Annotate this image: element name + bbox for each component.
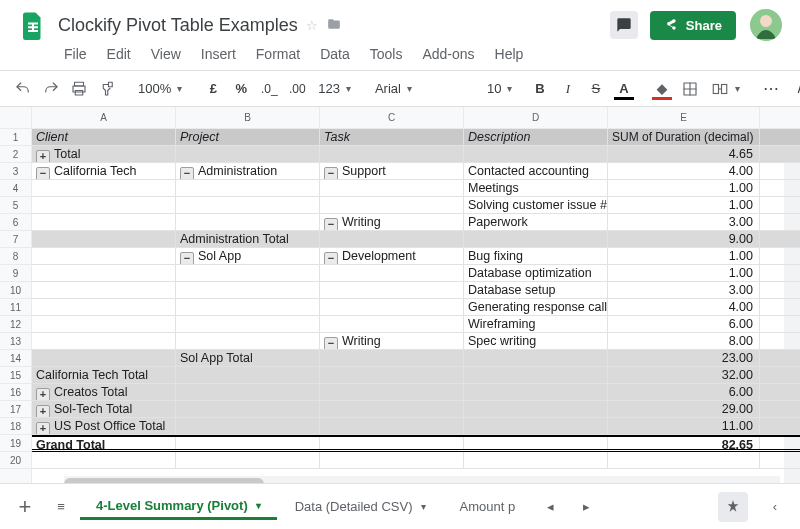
row-header[interactable]: 15 bbox=[0, 367, 31, 384]
menu-data[interactable]: Data bbox=[312, 44, 358, 64]
cell[interactable]: 1.00 bbox=[608, 248, 760, 264]
cell[interactable]: 29.00 bbox=[608, 401, 760, 417]
cell[interactable]: −Administration bbox=[176, 163, 320, 179]
select-all-cell[interactable] bbox=[0, 107, 31, 129]
cell[interactable] bbox=[320, 231, 464, 247]
cell[interactable]: Grand Total bbox=[32, 437, 176, 449]
cell[interactable] bbox=[176, 401, 320, 417]
cell[interactable] bbox=[176, 316, 320, 332]
cell[interactable]: 32.00 bbox=[608, 367, 760, 383]
cell[interactable]: 11.00 bbox=[608, 418, 760, 434]
cell[interactable] bbox=[320, 437, 464, 449]
cell[interactable] bbox=[176, 418, 320, 434]
sheet-tab[interactable]: Data (Detailed CSV)▾ bbox=[279, 492, 442, 522]
cell[interactable]: California Tech Total bbox=[32, 367, 176, 383]
cell[interactable]: Project bbox=[176, 129, 320, 145]
cell[interactable]: Paperwork bbox=[464, 214, 608, 230]
column-header-B[interactable]: B bbox=[176, 107, 320, 128]
row-header[interactable]: 12 bbox=[0, 316, 31, 333]
cell[interactable]: Generating response call bbox=[464, 299, 608, 315]
cell[interactable] bbox=[176, 180, 320, 196]
row-header[interactable]: 6 bbox=[0, 214, 31, 231]
share-button[interactable]: Share bbox=[650, 11, 736, 40]
cell[interactable] bbox=[464, 418, 608, 434]
collapse-icon[interactable]: − bbox=[324, 218, 338, 231]
row-header[interactable]: 16 bbox=[0, 384, 31, 401]
cell[interactable] bbox=[320, 384, 464, 400]
menu-tools[interactable]: Tools bbox=[362, 44, 411, 64]
font-size-dropdown[interactable]: 10 bbox=[481, 76, 515, 102]
cell[interactable]: 1.00 bbox=[608, 197, 760, 213]
cell[interactable]: Meetings bbox=[464, 180, 608, 196]
cell[interactable] bbox=[464, 437, 608, 449]
cell[interactable] bbox=[32, 214, 176, 230]
fill-color-button[interactable]: ◆ bbox=[649, 76, 675, 102]
currency-button[interactable]: £ bbox=[200, 76, 226, 102]
cell[interactable]: 6.00 bbox=[608, 384, 760, 400]
column-header-C[interactable]: C bbox=[320, 107, 464, 128]
side-panel-toggle-icon[interactable]: ‹ bbox=[758, 492, 792, 522]
collapse-icon[interactable]: − bbox=[324, 337, 338, 350]
row-header[interactable]: 17 bbox=[0, 401, 31, 418]
cell[interactable] bbox=[176, 282, 320, 298]
menu-view[interactable]: View bbox=[143, 44, 189, 64]
expand-icon[interactable]: + bbox=[36, 405, 50, 418]
cell[interactable] bbox=[32, 299, 176, 315]
collapse-icon[interactable]: − bbox=[36, 167, 50, 180]
row-header[interactable]: 20 bbox=[0, 452, 31, 469]
menu-insert[interactable]: Insert bbox=[193, 44, 244, 64]
account-avatar[interactable] bbox=[750, 9, 782, 41]
cell[interactable]: −Writing bbox=[320, 333, 464, 349]
cell[interactable]: 23.00 bbox=[608, 350, 760, 366]
row-header[interactable]: 4 bbox=[0, 180, 31, 197]
cell[interactable] bbox=[32, 350, 176, 366]
collapse-icon[interactable]: − bbox=[324, 167, 338, 180]
row-header[interactable]: 11 bbox=[0, 299, 31, 316]
cell[interactable]: 1.00 bbox=[608, 180, 760, 196]
menu-addons[interactable]: Add-ons bbox=[414, 44, 482, 64]
cell[interactable]: +Total bbox=[32, 146, 176, 162]
cell[interactable] bbox=[608, 452, 760, 468]
cell[interactable]: 4.00 bbox=[608, 163, 760, 179]
cell[interactable]: 8.00 bbox=[608, 333, 760, 349]
italic-button[interactable]: I bbox=[555, 76, 581, 102]
cell[interactable] bbox=[176, 265, 320, 281]
comments-icon[interactable] bbox=[610, 11, 638, 39]
cell[interactable]: Sol App Total bbox=[176, 350, 320, 366]
expand-icon[interactable]: + bbox=[36, 422, 50, 435]
cell[interactable] bbox=[320, 367, 464, 383]
cell[interactable] bbox=[176, 452, 320, 468]
cell[interactable]: 3.00 bbox=[608, 214, 760, 230]
cell[interactable] bbox=[320, 418, 464, 434]
cell[interactable] bbox=[32, 265, 176, 281]
collapse-icon[interactable]: − bbox=[324, 252, 338, 265]
column-header-A[interactable]: A bbox=[32, 107, 176, 128]
cell[interactable]: Spec writing bbox=[464, 333, 608, 349]
cell[interactable] bbox=[464, 384, 608, 400]
cell[interactable]: Client bbox=[32, 129, 176, 145]
all-sheets-button[interactable]: ≡ bbox=[44, 492, 78, 522]
add-sheet-button[interactable]: + bbox=[8, 492, 42, 522]
scroll-tabs-right-icon[interactable]: ▸ bbox=[569, 492, 603, 522]
cell[interactable] bbox=[176, 367, 320, 383]
scroll-tabs-left-icon[interactable]: ◂ bbox=[533, 492, 567, 522]
row-header[interactable]: 1 bbox=[0, 129, 31, 146]
cell[interactable]: 1.00 bbox=[608, 265, 760, 281]
row-header[interactable]: 18 bbox=[0, 418, 31, 435]
cell[interactable] bbox=[32, 282, 176, 298]
redo-icon[interactable] bbox=[38, 76, 64, 102]
undo-icon[interactable] bbox=[10, 76, 36, 102]
cell[interactable] bbox=[464, 401, 608, 417]
row-header[interactable]: 10 bbox=[0, 282, 31, 299]
row-header[interactable]: 7 bbox=[0, 231, 31, 248]
cell[interactable] bbox=[32, 231, 176, 247]
cell[interactable]: −Support bbox=[320, 163, 464, 179]
cell[interactable]: Solving customer issue #2121 bbox=[464, 197, 608, 213]
cell[interactable]: +Creatos Total bbox=[32, 384, 176, 400]
more-formats-dropdown[interactable]: 123 bbox=[312, 76, 357, 102]
cell[interactable] bbox=[176, 299, 320, 315]
folder-icon[interactable] bbox=[326, 17, 342, 34]
cell[interactable] bbox=[320, 265, 464, 281]
explore-button[interactable] bbox=[718, 492, 748, 522]
cell[interactable]: 82.65 bbox=[608, 437, 760, 449]
